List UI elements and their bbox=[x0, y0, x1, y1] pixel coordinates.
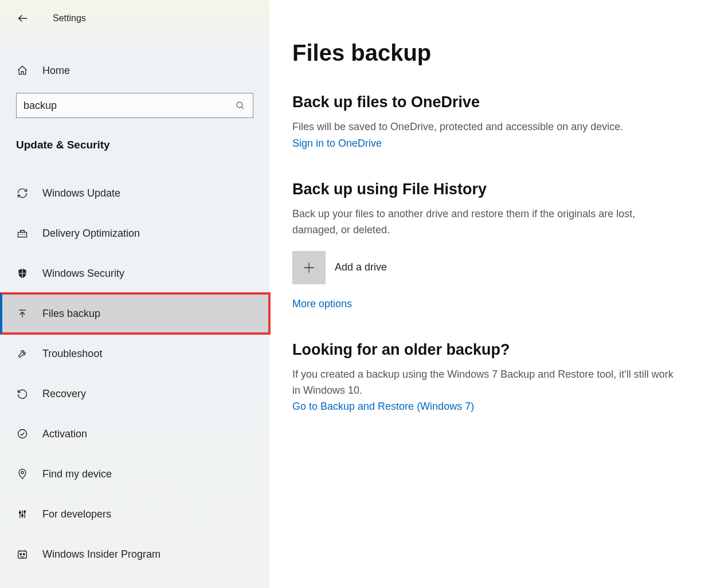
back-button[interactable] bbox=[16, 11, 30, 25]
search-field[interactable] bbox=[16, 93, 253, 118]
plus-tile bbox=[292, 251, 326, 284]
sidebar-item-windows-security[interactable]: Windows Security bbox=[0, 253, 269, 293]
more-options-link[interactable]: More options bbox=[292, 298, 352, 310]
section-heading: Back up using File History bbox=[292, 181, 682, 198]
sidebar-item-label: Activation bbox=[42, 428, 87, 440]
sidebar-item-label: Delivery Optimization bbox=[42, 228, 140, 240]
wrench-icon bbox=[16, 347, 29, 360]
home-label: Home bbox=[42, 65, 70, 77]
svg-point-2 bbox=[18, 430, 27, 438]
plus-icon bbox=[301, 260, 316, 275]
section-older-backup: Looking for an older backup? If you crea… bbox=[292, 341, 682, 413]
add-drive-label: Add a drive bbox=[335, 261, 387, 273]
sidebar-item-for-developers[interactable]: For developers bbox=[0, 494, 269, 534]
sidebar-item-label: Find my device bbox=[42, 468, 112, 480]
sidebar-item-label: For developers bbox=[42, 508, 111, 520]
svg-point-5 bbox=[22, 515, 23, 516]
shield-icon bbox=[16, 267, 29, 280]
sidebar-item-troubleshoot[interactable]: Troubleshoot bbox=[0, 334, 269, 374]
sign-in-onedrive-link[interactable]: Sign in to OneDrive bbox=[292, 138, 382, 150]
svg-point-9 bbox=[23, 554, 25, 555]
nav-list: Windows Update Delivery Optimization Win… bbox=[0, 173, 269, 574]
sidebar-item-files-backup[interactable]: Files backup bbox=[0, 293, 269, 334]
section-onedrive: Back up files to OneDrive Files will be … bbox=[292, 93, 682, 150]
sidebar-item-label: Windows Insider Program bbox=[42, 548, 160, 560]
section-heading: Looking for an older backup? bbox=[292, 341, 682, 359]
sidebar-item-label: Troubleshoot bbox=[42, 348, 102, 360]
main-content: Files backup Back up files to OneDrive F… bbox=[269, 0, 705, 588]
section-heading: Back up files to OneDrive bbox=[292, 93, 682, 111]
search-container bbox=[16, 93, 253, 118]
app-title: Settings bbox=[53, 13, 86, 23]
home-icon bbox=[16, 64, 29, 77]
backup-restore-win7-link[interactable]: Go to Backup and Restore (Windows 7) bbox=[292, 401, 474, 413]
sidebar-item-activation[interactable]: Activation bbox=[0, 414, 269, 454]
sidebar: Settings Home Update & Security Windows … bbox=[0, 0, 269, 588]
section-file-history: Back up using File History Back up your … bbox=[292, 181, 682, 310]
sidebar-home[interactable]: Home bbox=[0, 54, 269, 87]
svg-point-3 bbox=[21, 471, 23, 473]
svg-point-0 bbox=[237, 102, 242, 108]
sidebar-item-windows-insider[interactable]: Windows Insider Program bbox=[0, 534, 269, 574]
location-icon bbox=[16, 468, 29, 480]
sidebar-item-find-my-device[interactable]: Find my device bbox=[0, 454, 269, 494]
section-body: Back up your files to another drive and … bbox=[292, 206, 682, 238]
search-input[interactable] bbox=[23, 100, 234, 112]
svg-point-4 bbox=[19, 512, 21, 513]
svg-point-8 bbox=[20, 554, 22, 555]
sidebar-item-delivery-optimization[interactable]: Delivery Optimization bbox=[0, 213, 269, 253]
category-label: Update & Security bbox=[0, 118, 269, 157]
add-drive-button[interactable]: Add a drive bbox=[292, 251, 682, 284]
sidebar-item-label: Windows Update bbox=[42, 187, 120, 199]
svg-rect-1 bbox=[18, 232, 27, 237]
backup-icon bbox=[16, 307, 29, 320]
sidebar-header: Settings bbox=[0, 6, 269, 31]
check-circle-icon bbox=[16, 428, 29, 440]
arrow-left-icon bbox=[17, 12, 29, 25]
sidebar-item-windows-update[interactable]: Windows Update bbox=[0, 173, 269, 213]
sidebar-item-label: Files backup bbox=[42, 308, 100, 320]
recovery-icon bbox=[16, 387, 29, 400]
insider-icon bbox=[16, 548, 29, 560]
sidebar-item-label: Windows Security bbox=[42, 268, 124, 280]
section-body: If you created a backup using the Window… bbox=[292, 367, 682, 399]
developer-icon bbox=[16, 508, 29, 520]
search-icon bbox=[234, 100, 246, 111]
page-title: Files backup bbox=[292, 40, 682, 66]
svg-point-6 bbox=[24, 511, 26, 512]
section-body: Files will be saved to OneDrive, protect… bbox=[292, 119, 682, 135]
sidebar-item-recovery[interactable]: Recovery bbox=[0, 374, 269, 414]
refresh-icon bbox=[16, 187, 29, 199]
delivery-icon bbox=[16, 227, 29, 240]
sidebar-item-label: Recovery bbox=[42, 388, 86, 400]
